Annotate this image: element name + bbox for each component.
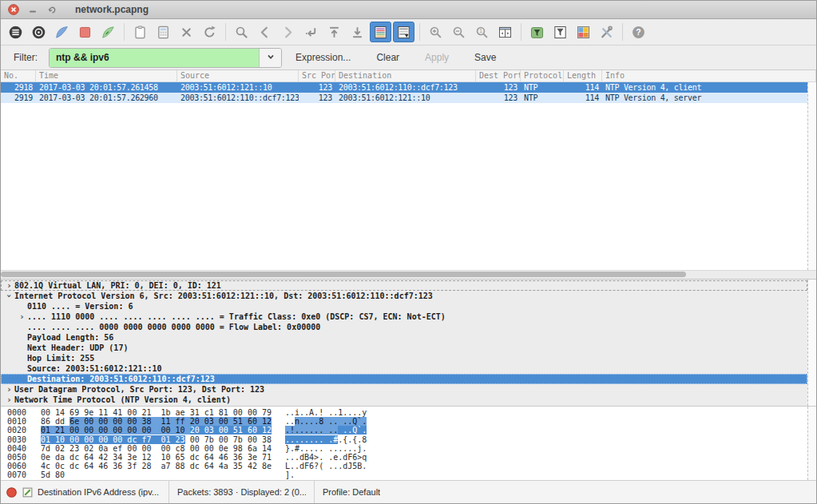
go-to-top-button[interactable]: [323, 22, 345, 42]
expander-collapsed-icon[interactable]: ›: [4, 384, 14, 395]
hex-row-0060[interactable]: 00604c 0c dc 64 46 36 3f 28 a7 88 dc 64 …: [7, 462, 807, 470]
cell-destination: 2003:51:6012:121::10: [335, 93, 476, 103]
hex-row-0050[interactable]: 00500e da dc 64 42 34 3e 12 10 65 dc 64 …: [7, 453, 807, 462]
save-button[interactable]: Save: [471, 50, 499, 65]
expander-collapsed-icon[interactable]: ›: [17, 312, 27, 322]
hex-bytes: 5d 80: [41, 470, 276, 479]
column-header-dest-port[interactable]: Dest Port: [476, 70, 521, 81]
hex-row-0040[interactable]: 00407d 02 23 02 0a ef 00 00 00 c8 00 00 …: [7, 444, 807, 453]
capture-filters-button[interactable]: [526, 22, 548, 42]
zoom-100-button[interactable]: 1: [471, 22, 493, 42]
clear-button[interactable]: Clear: [373, 50, 403, 65]
column-header-info[interactable]: Info: [602, 70, 816, 81]
apply-button[interactable]: Apply: [422, 50, 452, 65]
ascii-segment: L..dF6?( ...dJ5B.: [285, 462, 367, 470]
detail-row[interactable]: .... .... .... 0000 0000 0000 0000 0000 …: [1, 322, 807, 332]
detail-row[interactable]: Destination: 2003:51:6012:110::dcf7:123: [1, 374, 807, 384]
resize-columns-icon: [498, 25, 513, 40]
packet-list-vertical-scrollbar[interactable]: [807, 82, 816, 270]
hex-row-0030[interactable]: 003001 10 00 00 00 00 dc f7 01 23 00 7b …: [7, 435, 807, 444]
cell-src_port: 123: [299, 82, 335, 93]
close-window-icon: [8, 4, 19, 15]
hex-bytes: 01 21 00 00 00 00 00 00 00 10 20 03 00 5…: [41, 426, 276, 435]
start-capture-button[interactable]: [51, 22, 73, 42]
detail-row-text: User Datagram Protocol, Src Port: 123, D…: [14, 384, 264, 395]
resize-columns-button[interactable]: [494, 22, 516, 42]
column-header-destination[interactable]: Destination: [335, 70, 476, 81]
packet-row-2919[interactable]: 29192017-03-03 20:01:57.2629602003:51:60…: [1, 93, 807, 103]
profile-section[interactable]: Profile: Default: [315, 481, 816, 503]
save-file-button[interactable]: [153, 22, 174, 42]
capture-comment-icon[interactable]: [22, 486, 34, 498]
hex-offset: 0070: [7, 470, 34, 479]
filter-dropdown-button[interactable]: [259, 49, 281, 67]
hex-byte-segment: 7d 02 23 02 0a ef 00 00 00 c8 00 00 0e 9…: [41, 444, 272, 453]
toolbar-separator: [124, 23, 125, 41]
column-header-time[interactable]: Time: [36, 70, 177, 81]
horizontal-scrollbar-thumb[interactable]: [1, 272, 686, 277]
preferences-button[interactable]: [596, 22, 617, 42]
expander-collapsed-icon[interactable]: ›: [4, 395, 14, 405]
ascii-segment: ..: [285, 417, 295, 426]
coloring-rules-button[interactable]: [573, 22, 594, 42]
details-vertical-scrollbar[interactable]: [807, 280, 816, 406]
column-header-length[interactable]: Length: [564, 70, 602, 81]
hex-row-0000[interactable]: 000000 14 69 9e 11 41 00 21 1b ae 31 c1 …: [7, 408, 807, 417]
stop-capture-button[interactable]: [74, 22, 96, 42]
packet-count-section[interactable]: Packets: 3893 · Displayed: 2 (0...: [169, 481, 315, 503]
detail-row[interactable]: ›User Datagram Protocol, Src Port: 123, …: [1, 384, 807, 395]
go-to-bottom-button[interactable]: [347, 22, 368, 42]
list-interfaces-button[interactable]: [5, 22, 26, 42]
go-forward-button[interactable]: [277, 22, 299, 42]
detail-row[interactable]: ›Network Time Protocol (NTP Version 4, c…: [1, 395, 807, 405]
detail-row[interactable]: ›802.1Q Virtual LAN, PRI: 0, DEI: 0, ID:…: [1, 280, 807, 291]
field-status-section[interactable]: Destination IPv6 Address (ipv...: [1, 481, 169, 503]
detail-row[interactable]: ›.... 1110 0000 .... .... .... .... ....…: [1, 312, 807, 322]
close-file-button[interactable]: [176, 22, 197, 42]
hex-row-0070[interactable]: 00705d 80].: [7, 470, 807, 479]
minimize-window-button[interactable]: [26, 4, 38, 16]
detail-row[interactable]: Payload Length: 56: [1, 332, 807, 343]
reload-button[interactable]: [199, 22, 220, 42]
restart-capture-button[interactable]: [97, 22, 119, 42]
window-title: network.pcapng: [75, 4, 149, 15]
help-button[interactable]: ?: [628, 22, 649, 42]
capture-options-button[interactable]: [28, 22, 50, 42]
column-header-source[interactable]: Source: [177, 70, 299, 81]
go-to-packet-button[interactable]: [300, 22, 322, 42]
close-window-button[interactable]: [7, 4, 19, 16]
detail-row[interactable]: ›Internet Protocol Version 6, Src: 2003:…: [1, 291, 807, 301]
bytes-vertical-scrollbar[interactable]: [807, 407, 816, 480]
detail-row[interactable]: Next Header: UDP (17): [1, 343, 807, 353]
auto-scroll-button[interactable]: [393, 22, 414, 42]
capture-options-icon: [31, 25, 46, 40]
expander-collapsed-icon[interactable]: ›: [4, 280, 14, 291]
go-to-packet-icon: [303, 25, 319, 40]
expression-button[interactable]: Expression...: [292, 50, 354, 65]
packet-bytes-pane: 000000 14 69 9e 11 41 00 21 1b ae 31 c1 …: [1, 406, 816, 480]
display-filters-button[interactable]: [549, 22, 571, 42]
find-packet-button[interactable]: [231, 22, 252, 42]
colorize-list-button[interactable]: [370, 22, 391, 42]
go-back-button[interactable]: [254, 22, 276, 42]
column-header-no-[interactable]: No.: [1, 70, 36, 81]
titlebar[interactable]: network.pcapng: [1, 1, 816, 19]
packet-list-horizontal-scrollbar[interactable]: [1, 270, 816, 279]
packet-row-2918[interactable]: 29182017-03-03 20:01:57.2614582003:51:60…: [1, 82, 807, 93]
filter-input[interactable]: [50, 49, 259, 67]
column-header-protocol[interactable]: Protocol: [521, 70, 564, 81]
expander-expanded-icon[interactable]: ›: [4, 291, 14, 301]
column-header-src-port[interactable]: Src Port: [299, 70, 335, 81]
cell-destination: 2003:51:6012:110::dcf7:123: [335, 82, 476, 93]
hex-row-0020[interactable]: 002001 21 00 00 00 00 00 00 00 10 20 03 …: [7, 426, 807, 435]
open-file-button[interactable]: [129, 22, 151, 42]
detail-row[interactable]: Hop Limit: 255: [1, 353, 807, 363]
hex-row-0010[interactable]: 001086 dd 6e 00 00 00 00 38 11 ff 20 03 …: [7, 417, 807, 426]
detail-row[interactable]: 0110 .... = Version: 6: [1, 301, 807, 312]
close-file-icon: [179, 25, 194, 40]
zoom-out-button[interactable]: [448, 22, 470, 42]
zoom-in-button[interactable]: [425, 22, 446, 42]
packet-details-pane: ›802.1Q Virtual LAN, PRI: 0, DEI: 0, ID:…: [1, 279, 816, 406]
detail-row[interactable]: Source: 2003:51:6012:121::10: [1, 363, 807, 374]
restore-window-button[interactable]: [46, 4, 58, 16]
